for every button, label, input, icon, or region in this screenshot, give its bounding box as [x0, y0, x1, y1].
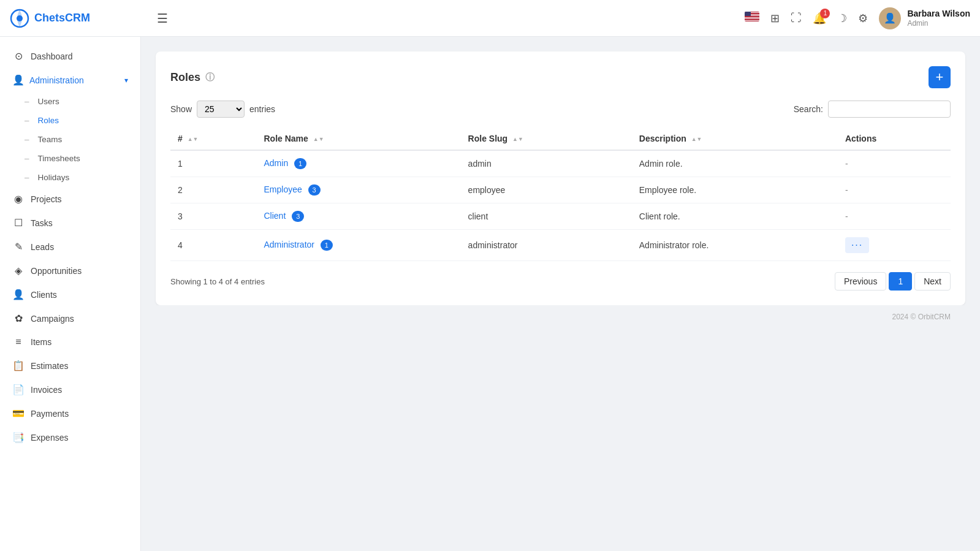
sidebar-item-label: Administration — [29, 75, 84, 85]
sidebar-item-timesheets[interactable]: – Timesheets — [12, 149, 140, 168]
info-icon[interactable]: ⓘ — [205, 72, 215, 83]
next-button[interactable]: Next — [914, 272, 951, 291]
fullscreen-icon[interactable]: ⛶ — [791, 12, 802, 25]
role-name-link[interactable]: Admin — [264, 158, 289, 168]
sidebar-item-projects[interactable]: ◉ Projects — [0, 187, 140, 211]
col-role-slug: Role Slug ▲▼ — [461, 127, 632, 150]
sidebar-item-clients[interactable]: 👤 Clients — [0, 283, 140, 306]
sidebar-item-invoices[interactable]: 📄 Invoices — [0, 378, 140, 401]
entries-select[interactable]: 25 10 50 100 — [197, 101, 245, 118]
cell-role-name: Client 3 — [257, 203, 461, 230]
user-info: Barbara Wilson Admin — [907, 8, 970, 29]
sidebar-item-label: Expenses — [31, 433, 68, 443]
sidebar-item-administration[interactable]: 👤 Administration ▾ — [0, 68, 140, 92]
actions-dash: - — [845, 211, 848, 221]
user-menu[interactable]: 👤 Barbara Wilson Admin — [879, 7, 970, 29]
search-row: Search: — [794, 101, 951, 118]
controls-row: Show 25 10 50 100 entries Search: — [170, 101, 951, 118]
dash-icon: – — [25, 135, 29, 144]
table-row: 1 Admin 1 admin Admin role. - — [170, 150, 951, 177]
cell-num: 4 — [170, 230, 257, 261]
page-title: Roles ⓘ — [170, 71, 215, 84]
sidebar-item-label: Estimates — [31, 361, 68, 371]
show-label: Show — [170, 104, 192, 114]
sidebar-item-label: Projects — [31, 194, 62, 204]
table-header: # ▲▼ Role Name ▲▼ Role Slug ▲▼ Descrip — [170, 127, 951, 150]
col-description: Description ▲▼ — [632, 127, 838, 150]
cell-role-name: Employee 3 — [257, 177, 461, 203]
role-count-badge: 1 — [321, 240, 333, 251]
sidebar-item-roles[interactable]: – Roles — [12, 111, 140, 130]
cell-description: Employee role. — [632, 177, 838, 203]
sort-icon[interactable]: ▲▼ — [313, 136, 324, 142]
payments-icon: 💳 — [12, 408, 25, 419]
table-row: 4 Administrator 1 administrator Administ… — [170, 230, 951, 261]
sidebar-item-tasks[interactable]: ☐ Tasks — [0, 211, 140, 235]
add-role-button[interactable]: + — [929, 66, 951, 88]
sidebar-item-label: Campaigns — [31, 314, 74, 324]
sidebar-sub-label: Roles — [38, 116, 59, 125]
sidebar-item-label: Dashboard — [31, 51, 73, 61]
col-role-name: Role Name ▲▼ — [257, 127, 461, 150]
cell-num: 3 — [170, 203, 257, 230]
role-name-link[interactable]: Client — [264, 211, 286, 221]
sort-icon[interactable]: ▲▼ — [512, 136, 523, 142]
settings-icon[interactable]: ⚙ — [858, 12, 868, 25]
cell-role-slug: client — [461, 203, 632, 230]
footer-text: 2024 © OrbitCRM — [892, 313, 951, 321]
sidebar-item-dashboard[interactable]: ⊙ Dashboard — [0, 44, 140, 68]
sidebar-item-estimates[interactable]: 📋 Estimates — [0, 354, 140, 378]
grid-icon[interactable]: ⊞ — [770, 12, 780, 25]
sidebar-item-leads[interactable]: ✎ Leads — [0, 235, 140, 259]
sidebar-item-items[interactable]: ≡ Items — [0, 330, 140, 354]
actions-menu-button[interactable]: ··· — [845, 237, 869, 253]
sidebar-item-expenses[interactable]: 📑 Expenses — [0, 425, 140, 449]
pagination-row: Showing 1 to 4 of 4 entries Previous 1 N… — [170, 272, 951, 291]
sidebar-item-label: Items — [31, 337, 51, 347]
cell-actions: ··· — [838, 230, 951, 261]
leads-icon: ✎ — [12, 241, 25, 253]
projects-icon: ◉ — [12, 193, 25, 205]
cell-num: 1 — [170, 150, 257, 177]
sort-icon[interactable]: ▲▼ — [691, 136, 702, 142]
sidebar-item-payments[interactable]: 💳 Payments — [0, 401, 140, 425]
layout: ⊙ Dashboard 👤 Administration ▾ – Users –… — [0, 37, 980, 551]
invoices-icon: 📄 — [12, 384, 25, 395]
role-name-link[interactable]: Administrator — [264, 240, 314, 249]
estimates-icon: 📋 — [12, 360, 25, 371]
sort-icon[interactable]: ▲▼ — [188, 136, 199, 142]
flag-icon[interactable] — [745, 12, 759, 25]
search-input[interactable] — [828, 101, 951, 118]
role-count-badge: 3 — [308, 184, 321, 196]
show-entries: Show 25 10 50 100 entries — [170, 101, 275, 118]
previous-button[interactable]: Previous — [835, 272, 886, 291]
actions-dash: - — [845, 185, 848, 195]
avatar: 👤 — [879, 7, 901, 29]
sidebar-item-opportunities[interactable]: ◈ Opportunities — [0, 259, 140, 283]
roles-title: Roles — [170, 71, 200, 84]
sidebar-item-teams[interactable]: – Teams — [12, 130, 140, 149]
sidebar-item-label: Opportunities — [31, 266, 82, 276]
tasks-icon: ☐ — [12, 217, 25, 229]
page-title-row: Roles ⓘ + — [170, 66, 951, 88]
app-logo[interactable]: ChetsCRM — [10, 9, 151, 28]
chevron-down-icon: ▾ — [124, 76, 128, 85]
admin-icon: 👤 — [12, 74, 25, 86]
theme-icon[interactable]: ☽ — [837, 12, 847, 25]
notifications-icon[interactable]: 🔔 1 — [813, 12, 826, 25]
sidebar-item-label: Clients — [31, 290, 57, 300]
dash-icon: – — [25, 116, 29, 125]
roles-table: # ▲▼ Role Name ▲▼ Role Slug ▲▼ Descrip — [170, 127, 951, 261]
sidebar-item-users[interactable]: – Users — [12, 92, 140, 111]
cell-description: Client role. — [632, 203, 838, 230]
hamburger-button[interactable]: ☰ — [157, 11, 168, 26]
main-content: Roles ⓘ + Show 25 10 50 100 entries — [141, 37, 980, 551]
sidebar-item-campaigns[interactable]: ✿ Campaigns — [0, 306, 140, 330]
page-1-button[interactable]: 1 — [889, 272, 912, 291]
col-num: # ▲▼ — [170, 127, 257, 150]
cell-description: Administrator role. — [632, 230, 838, 261]
cell-role-slug: employee — [461, 177, 632, 203]
sidebar-sub-label: Users — [38, 97, 59, 106]
role-name-link[interactable]: Employee — [264, 184, 302, 194]
sidebar-item-holidays[interactable]: – Holidays — [12, 168, 140, 187]
